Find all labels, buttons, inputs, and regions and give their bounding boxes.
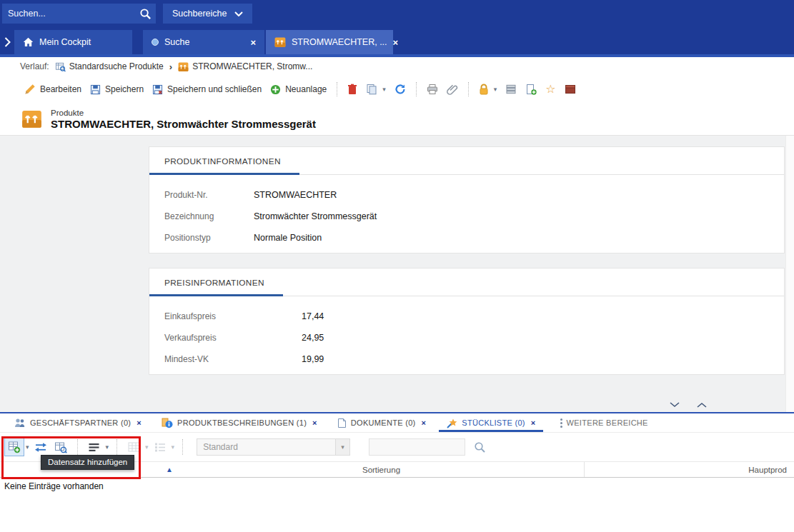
close-icon[interactable]: × (137, 418, 142, 427)
grid-view-dropdown[interactable]: ▾ (145, 443, 149, 451)
tooltip: Datensatz hinzufügen (41, 455, 134, 470)
new-record-button[interactable]: Neuanlage (266, 81, 331, 98)
close-icon[interactable]: × (422, 418, 427, 427)
product-icon (178, 61, 189, 72)
column-header-hauptprodukt[interactable]: Hauptprod (585, 466, 794, 474)
add-record-button[interactable] (4, 438, 24, 456)
chevron-down-icon[interactable]: ▾ (335, 439, 349, 455)
print-button[interactable] (422, 81, 442, 98)
page-title: STROMWAECHTER, Stromwächter Strommessger… (51, 118, 316, 130)
edit-label: Bearbeiten (40, 84, 81, 94)
field-value: STROMWAECHTER (254, 190, 337, 200)
field-row: Mindest-VK 19,99 (164, 348, 784, 370)
printer-icon (427, 84, 438, 95)
transfer-records-button[interactable] (31, 438, 51, 456)
column-header-sortierung[interactable]: Sortierung (179, 462, 585, 477)
collapse-panel-button[interactable] (667, 400, 683, 410)
card-tab-bar: PREISINFORMATIONEN (149, 268, 784, 296)
lock-button[interactable]: ▾ (475, 81, 502, 98)
field-value: 19,99 (302, 354, 324, 364)
tab-produktinformationen[interactable]: PRODUKTINFORMATIONEN (149, 147, 299, 175)
tab-produktbeschreibungen[interactable]: PRODUKTBESCHREIBUNGEN (1) × (153, 413, 326, 432)
search-records-button[interactable] (51, 438, 71, 456)
history-item-label: Standardsuche Produkte (69, 61, 164, 71)
history-item-stromwaechter[interactable]: STROMWAECHTER, Stromw... (178, 61, 312, 72)
refresh-button[interactable] (390, 81, 410, 98)
edit-button[interactable]: Bearbeiten (20, 81, 86, 98)
record-header: Produkte STROMWAECHTER, Stromwächter Str… (0, 103, 794, 136)
view-select[interactable]: Standard ▾ (197, 438, 350, 456)
archive-button[interactable] (501, 81, 521, 98)
tab-stromwaechter[interactable]: STROMWAECHTER, ... × (266, 30, 393, 54)
close-icon[interactable]: × (250, 38, 256, 47)
document-icon (337, 418, 347, 428)
history-label: Verlauf: (20, 61, 49, 71)
tab-weitere-bereiche[interactable]: WEITERE BEREICHE (552, 413, 657, 432)
expand-panel-button[interactable] (694, 400, 710, 410)
tab-geschaeftspartner[interactable]: GESCHÄFTSPARTNER (0) × (6, 413, 150, 432)
chevron-down-icon[interactable]: ▾ (382, 86, 386, 93)
add-record-dropdown[interactable]: ▾ (26, 443, 29, 451)
view-menu-button[interactable] (84, 438, 104, 456)
view-select-value: Standard (197, 442, 335, 452)
scrollbar[interactable] (785, 136, 794, 412)
partners-icon (14, 418, 26, 428)
attachment-button[interactable] (442, 81, 462, 98)
box-icon (565, 84, 576, 94)
tab-scroll-left-button[interactable] (0, 30, 14, 54)
document-plus-icon (525, 84, 537, 95)
save-button[interactable]: Speichern (86, 81, 148, 98)
tab-label: WEITERE BEREICHE (567, 418, 648, 427)
field-label: Bezeichnung (164, 211, 254, 221)
sub-tab-bar: GESCHÄFTSPARTNER (0) × PRODUKTBESCHREIBU… (0, 413, 794, 433)
vertical-dots-icon (560, 418, 562, 428)
menu-icon (89, 443, 99, 452)
tab-label: DOKUMENTE (0) (351, 418, 416, 427)
search-areas-label: Suchbereiche (172, 9, 227, 19)
grid-view-button[interactable] (124, 438, 144, 456)
global-search-box[interactable] (2, 4, 156, 24)
record-toolbar: Bearbeiten Speichern Speichern und schli… (0, 76, 794, 103)
save-and-close-button[interactable]: Speichern und schließen (148, 81, 266, 98)
save-icon (90, 84, 101, 95)
panel-resize-controls (667, 400, 710, 410)
copy-button[interactable]: ▾ (362, 81, 390, 98)
tab-preisinformationen[interactable]: PREISINFORMATIONEN (149, 268, 283, 296)
column-select-button[interactable] (150, 438, 170, 456)
dossier-button[interactable] (560, 81, 580, 97)
product-info-fields: Produkt-Nr. STROMWAECHTER Bezeichnung St… (149, 175, 784, 249)
top-bar: Suchbereiche (0, 0, 794, 27)
history-item-standardsuche[interactable]: Standardsuche Produkte (55, 61, 164, 72)
column-select-dropdown[interactable]: ▾ (172, 443, 175, 451)
record-type: Produkte (51, 109, 316, 117)
search-areas-button[interactable]: Suchbereiche (163, 4, 252, 24)
chevron-down-icon[interactable]: ▾ (494, 86, 497, 93)
filter-search-icon[interactable] (474, 441, 486, 453)
tab-label: Mein Cockpit (39, 37, 91, 47)
record-header-text: Produkte STROMWAECHTER, Stromwächter Str… (51, 109, 316, 130)
close-icon[interactable]: × (312, 418, 317, 427)
field-value: Normale Position (254, 233, 322, 243)
close-icon[interactable]: × (531, 418, 536, 427)
chevron-down-icon (234, 11, 243, 16)
field-row: Verkaufspreis 24,95 (164, 327, 784, 348)
favorite-button[interactable]: ☆ (541, 81, 560, 98)
app-window: Suchbereiche Mein Cockpit Suche × STROMW… (0, 0, 794, 532)
search-icon[interactable] (139, 8, 152, 20)
sort-ascending-icon[interactable]: ▲ (166, 466, 173, 473)
price-info-card: PREISINFORMATIONEN Einkaufspreis 17,44 V… (149, 268, 785, 375)
tab-suche[interactable]: Suche × (143, 30, 264, 54)
copy-icon (366, 84, 377, 95)
global-search-input[interactable] (2, 4, 139, 24)
field-label: Einkaufspreis (164, 311, 302, 321)
view-menu-dropdown[interactable]: ▾ (106, 443, 109, 451)
filter-input[interactable] (369, 438, 465, 456)
tab-stueckliste[interactable]: STÜCKLISTE (0) × (437, 413, 544, 432)
delete-button[interactable] (343, 81, 362, 98)
field-label: Positionstyp (164, 233, 254, 243)
close-icon[interactable]: × (393, 38, 399, 47)
tab-mein-cockpit[interactable]: Mein Cockpit (14, 30, 132, 54)
tab-dokumente[interactable]: DOKUMENTE (0) × (329, 413, 435, 432)
empty-list-message: Keine Einträge vorhanden (0, 478, 794, 494)
new-linked-document-button[interactable] (521, 81, 541, 98)
